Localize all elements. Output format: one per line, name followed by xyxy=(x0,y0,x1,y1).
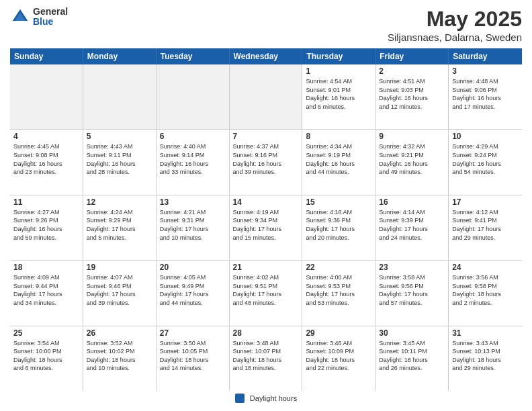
day-number: 13 xyxy=(160,197,226,207)
day-cell-31: 31Sunrise: 3:43 AM Sunset: 10:13 PM Dayl… xyxy=(449,326,522,391)
day-cell-21: 21Sunrise: 4:02 AM Sunset: 9:51 PM Dayli… xyxy=(230,261,303,325)
header: General Blue May 2025 Siljansnaes, Dalar… xyxy=(10,7,522,43)
header-day-thursday: Thursday xyxy=(302,48,375,64)
logo-icon xyxy=(10,7,30,27)
header-day-wednesday: Wednesday xyxy=(230,48,303,64)
day-info: Sunrise: 4:37 AM Sunset: 9:16 PM Dayligh… xyxy=(233,142,299,176)
day-info: Sunrise: 3:54 AM Sunset: 10:00 PM Daylig… xyxy=(13,339,79,373)
day-info: Sunrise: 3:58 AM Sunset: 9:56 PM Dayligh… xyxy=(379,273,445,307)
day-info: Sunrise: 4:51 AM Sunset: 9:03 PM Dayligh… xyxy=(379,77,445,111)
week-row-0: 1Sunrise: 4:54 AM Sunset: 9:01 PM Daylig… xyxy=(10,64,522,130)
footer: Daylight hours xyxy=(10,391,522,404)
day-number: 18 xyxy=(13,263,79,272)
day-cell-6: 6Sunrise: 4:40 AM Sunset: 9:14 PM Daylig… xyxy=(157,130,230,194)
day-info: Sunrise: 4:16 AM Sunset: 9:36 PM Dayligh… xyxy=(306,208,371,242)
day-cell-11: 11Sunrise: 4:27 AM Sunset: 9:26 PM Dayli… xyxy=(10,195,83,260)
header-day-sunday: Sunday xyxy=(10,48,83,64)
calendar-header: SundayMondayTuesdayWednesdayThursdayFrid… xyxy=(10,48,522,64)
day-info: Sunrise: 4:29 AM Sunset: 9:24 PM Dayligh… xyxy=(452,142,519,176)
day-info: Sunrise: 3:46 AM Sunset: 10:09 PM Daylig… xyxy=(306,339,371,373)
day-number: 26 xyxy=(87,328,152,338)
calendar-body: 1Sunrise: 4:54 AM Sunset: 9:01 PM Daylig… xyxy=(10,64,522,391)
week-row-4: 25Sunrise: 3:54 AM Sunset: 10:00 PM Dayl… xyxy=(10,326,522,391)
empty-cell xyxy=(10,64,83,129)
day-cell-26: 26Sunrise: 3:52 AM Sunset: 10:02 PM Dayl… xyxy=(83,326,157,391)
header-day-friday: Friday xyxy=(375,48,449,64)
day-cell-2: 2Sunrise: 4:51 AM Sunset: 9:03 PM Daylig… xyxy=(375,64,449,129)
calendar: SundayMondayTuesdayWednesdayThursdayFrid… xyxy=(10,48,522,391)
day-cell-30: 30Sunrise: 3:45 AM Sunset: 10:11 PM Dayl… xyxy=(375,326,449,391)
day-info: Sunrise: 4:12 AM Sunset: 9:41 PM Dayligh… xyxy=(452,208,519,242)
header-day-saturday: Saturday xyxy=(449,48,522,64)
day-cell-15: 15Sunrise: 4:16 AM Sunset: 9:36 PM Dayli… xyxy=(302,195,375,260)
day-cell-3: 3Sunrise: 4:48 AM Sunset: 9:06 PM Daylig… xyxy=(449,64,522,129)
day-number: 31 xyxy=(452,328,519,338)
header-day-monday: Monday xyxy=(83,48,157,64)
day-info: Sunrise: 4:00 AM Sunset: 9:53 PM Dayligh… xyxy=(306,273,371,307)
day-number: 22 xyxy=(306,263,371,272)
empty-cell xyxy=(230,64,303,129)
day-number: 17 xyxy=(452,197,519,207)
logo-general: General xyxy=(33,7,68,17)
day-info: Sunrise: 4:24 AM Sunset: 9:29 PM Dayligh… xyxy=(87,208,152,242)
day-info: Sunrise: 4:09 AM Sunset: 9:44 PM Dayligh… xyxy=(13,273,79,307)
day-cell-16: 16Sunrise: 4:14 AM Sunset: 9:39 PM Dayli… xyxy=(375,195,449,260)
day-cell-28: 28Sunrise: 3:48 AM Sunset: 10:07 PM Dayl… xyxy=(230,326,303,391)
day-cell-4: 4Sunrise: 4:45 AM Sunset: 9:08 PM Daylig… xyxy=(10,130,83,194)
day-cell-29: 29Sunrise: 3:46 AM Sunset: 10:09 PM Dayl… xyxy=(302,326,375,391)
main-title: May 2025 xyxy=(388,7,522,32)
day-cell-12: 12Sunrise: 4:24 AM Sunset: 9:29 PM Dayli… xyxy=(83,195,157,260)
day-number: 10 xyxy=(452,132,519,141)
legend-box xyxy=(235,394,245,403)
day-number: 20 xyxy=(160,263,226,272)
day-cell-14: 14Sunrise: 4:19 AM Sunset: 9:34 PM Dayli… xyxy=(230,195,303,260)
day-info: Sunrise: 4:07 AM Sunset: 9:46 PM Dayligh… xyxy=(87,273,152,307)
day-number: 6 xyxy=(160,132,226,141)
day-info: Sunrise: 4:02 AM Sunset: 9:51 PM Dayligh… xyxy=(233,273,299,307)
day-cell-17: 17Sunrise: 4:12 AM Sunset: 9:41 PM Dayli… xyxy=(449,195,522,260)
day-info: Sunrise: 3:52 AM Sunset: 10:02 PM Daylig… xyxy=(87,339,152,373)
day-info: Sunrise: 4:14 AM Sunset: 9:39 PM Dayligh… xyxy=(379,208,445,242)
day-number: 28 xyxy=(233,328,299,338)
day-cell-5: 5Sunrise: 4:43 AM Sunset: 9:11 PM Daylig… xyxy=(83,130,157,194)
day-cell-8: 8Sunrise: 4:34 AM Sunset: 9:19 PM Daylig… xyxy=(302,130,375,194)
day-info: Sunrise: 4:43 AM Sunset: 9:11 PM Dayligh… xyxy=(87,142,152,176)
day-info: Sunrise: 4:27 AM Sunset: 9:26 PM Dayligh… xyxy=(13,208,79,242)
day-info: Sunrise: 4:32 AM Sunset: 9:21 PM Dayligh… xyxy=(379,142,445,176)
day-number: 15 xyxy=(306,197,371,207)
day-number: 7 xyxy=(233,132,299,141)
day-info: Sunrise: 3:50 AM Sunset: 10:05 PM Daylig… xyxy=(160,339,226,373)
day-cell-1: 1Sunrise: 4:54 AM Sunset: 9:01 PM Daylig… xyxy=(302,64,375,129)
day-info: Sunrise: 4:48 AM Sunset: 9:06 PM Dayligh… xyxy=(452,77,519,111)
day-info: Sunrise: 4:40 AM Sunset: 9:14 PM Dayligh… xyxy=(160,142,226,176)
day-info: Sunrise: 4:05 AM Sunset: 9:49 PM Dayligh… xyxy=(160,273,226,307)
day-cell-22: 22Sunrise: 4:00 AM Sunset: 9:53 PM Dayli… xyxy=(302,261,375,325)
day-number: 25 xyxy=(13,328,79,338)
day-number: 23 xyxy=(379,263,445,272)
title-area: May 2025 Siljansnaes, Dalarna, Sweden xyxy=(388,7,522,43)
day-cell-9: 9Sunrise: 4:32 AM Sunset: 9:21 PM Daylig… xyxy=(375,130,449,194)
day-cell-7: 7Sunrise: 4:37 AM Sunset: 9:16 PM Daylig… xyxy=(230,130,303,194)
day-info: Sunrise: 4:54 AM Sunset: 9:01 PM Dayligh… xyxy=(306,77,371,111)
day-info: Sunrise: 3:43 AM Sunset: 10:13 PM Daylig… xyxy=(452,339,519,373)
sub-title: Siljansnaes, Dalarna, Sweden xyxy=(388,32,522,43)
day-number: 11 xyxy=(13,197,79,207)
week-row-3: 18Sunrise: 4:09 AM Sunset: 9:44 PM Dayli… xyxy=(10,261,522,326)
page: General Blue May 2025 Siljansnaes, Dalar… xyxy=(0,0,532,411)
day-number: 5 xyxy=(87,132,152,141)
legend-text: Daylight hours xyxy=(250,394,297,402)
day-number: 19 xyxy=(87,263,152,272)
day-number: 2 xyxy=(379,66,445,76)
day-number: 29 xyxy=(306,328,371,338)
day-number: 30 xyxy=(379,328,445,338)
day-number: 3 xyxy=(452,66,519,76)
day-cell-24: 24Sunrise: 3:56 AM Sunset: 9:58 PM Dayli… xyxy=(449,261,522,325)
logo: General Blue xyxy=(10,7,68,28)
day-info: Sunrise: 3:48 AM Sunset: 10:07 PM Daylig… xyxy=(233,339,299,373)
day-number: 8 xyxy=(306,132,371,141)
week-row-1: 4Sunrise: 4:45 AM Sunset: 9:08 PM Daylig… xyxy=(10,130,522,195)
header-day-tuesday: Tuesday xyxy=(157,48,230,64)
day-cell-19: 19Sunrise: 4:07 AM Sunset: 9:46 PM Dayli… xyxy=(83,261,157,325)
empty-cell xyxy=(157,64,230,129)
empty-cell xyxy=(83,64,157,129)
